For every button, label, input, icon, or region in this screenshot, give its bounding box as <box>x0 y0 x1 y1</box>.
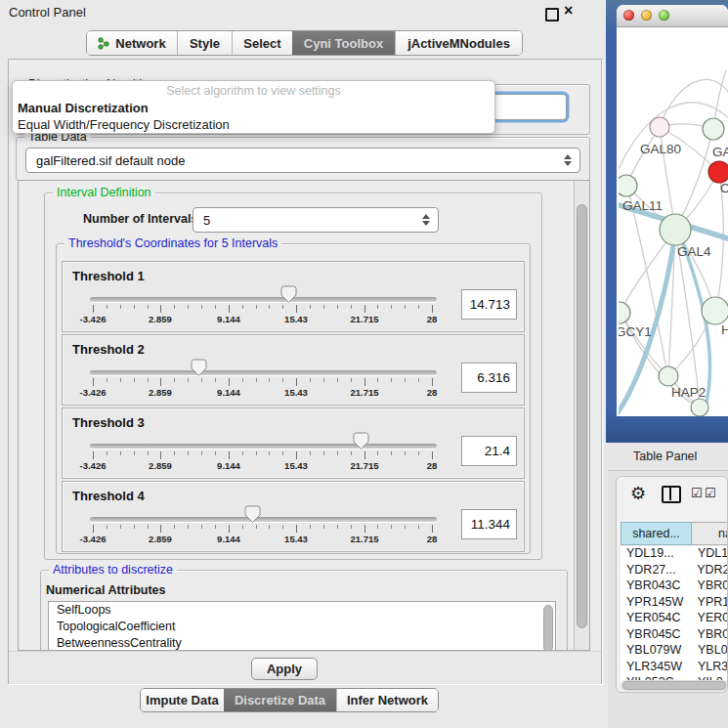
split-view-icon[interactable] <box>662 486 681 503</box>
table-panel-area: Table Panel ⚙ ☑ ☑ shared... na YDL19... … <box>608 443 728 728</box>
control-panel: Control Panel × Network Style Select <box>0 0 608 728</box>
tick-label: -3.426 <box>64 534 122 544</box>
numerical-attributes-list[interactable]: SelfLoops TopologicalCoefficient Between… <box>48 601 556 651</box>
tab-discretize-data-label: Discretize Data <box>235 693 325 707</box>
list-item[interactable]: TopologicalCoefficient <box>49 619 555 635</box>
tick-label: -3.426 <box>64 387 122 398</box>
close-traffic-light[interactable] <box>623 10 634 21</box>
cell-shared: YDL19... <box>621 546 688 563</box>
list-item[interactable]: BetweennessCentrality <box>49 635 555 651</box>
node-red[interactable] <box>708 161 728 183</box>
slider-thumb[interactable] <box>244 505 261 524</box>
apply-button-label: Apply <box>267 662 302 676</box>
table-row[interactable]: YDL19... YDL1 <box>621 546 728 563</box>
checkbox-icon-1[interactable]: ☑ <box>691 486 703 500</box>
tick-label: 28 <box>403 460 461 471</box>
table-hscrollbar-thumb[interactable] <box>622 681 726 690</box>
threshold-2-slider[interactable] <box>90 370 437 375</box>
cell-shared: YER054C <box>621 611 688 627</box>
threshold-1-label: Threshold 1 <box>72 269 145 283</box>
tick-label: 21.715 <box>335 534 394 544</box>
slider-thumb[interactable] <box>280 285 297 304</box>
node-gal80[interactable] <box>650 117 669 137</box>
tab-impute-data[interactable]: Impute Data <box>141 689 224 711</box>
cell-shared: YDR27... <box>621 563 687 579</box>
node-gcy1[interactable] <box>619 302 630 323</box>
table-row[interactable]: YDR27... YDR2 <box>621 563 728 579</box>
threshold-4-slider[interactable] <box>90 517 437 522</box>
list-scrollbar[interactable] <box>543 605 553 651</box>
threshold-row-4: Threshold 4 -3.426 2.859 9.144 15.43 21.… <box>62 481 525 552</box>
table-row[interactable]: YBR045C YBR0 <box>621 627 728 644</box>
label-h-partial: H <box>721 322 728 337</box>
gear-icon[interactable]: ⚙ <box>630 483 646 503</box>
node-gal11[interactable] <box>619 175 637 196</box>
threshold-4-label: Threshold 4 <box>72 489 145 503</box>
threshold-1-value-field[interactable] <box>461 289 517 320</box>
threshold-3-slider[interactable] <box>90 444 437 449</box>
tab-cyni-toolbox[interactable]: Cyni Toolbox <box>292 31 395 55</box>
tick-label: 9.144 <box>199 534 258 544</box>
slider-thumb[interactable] <box>191 359 207 377</box>
tick-label: 28 <box>403 314 461 324</box>
tab-infer-network[interactable]: Infer Network <box>336 689 438 711</box>
threshold-3-label: Threshold 3 <box>72 415 145 430</box>
checkbox-icon-2[interactable]: ☑ <box>705 486 716 500</box>
threshold-row-1: Threshold 1 -3.426 2.859 9.144 15.43 21.… <box>62 261 525 332</box>
zoom-traffic-light[interactable] <box>659 10 669 21</box>
tab-jactivemnodules[interactable]: jActiveMNodules <box>395 31 522 55</box>
table-panel-title: Table Panel <box>633 450 697 463</box>
tab-jactivemnodules-label: jActiveMNodules <box>407 36 510 51</box>
apply-button[interactable]: Apply <box>251 658 318 680</box>
node-h[interactable] <box>702 297 728 324</box>
slider-thumb[interactable] <box>353 432 369 450</box>
minimize-traffic-light[interactable] <box>641 10 652 21</box>
cell-shared: YLR345W <box>621 660 688 676</box>
column-header-name[interactable]: na <box>692 522 728 545</box>
network-view-frame: GAL80 GA C GAL11 GAL4 GCY1 H HAP2 <box>606 0 728 443</box>
major-ticks <box>93 305 434 313</box>
table-row[interactable]: YER054C YER0 <box>621 611 728 627</box>
list-item[interactable]: SelfLoops <box>49 602 555 619</box>
node-hap2[interactable] <box>659 366 678 386</box>
table-row[interactable]: YBR043C YBR0 <box>621 578 728 595</box>
dropdown-item-placeholder[interactable]: Select algorithm to view settings <box>13 81 494 99</box>
table-data-combobox[interactable]: galFiltered.sif default node <box>25 148 580 173</box>
close-icon[interactable]: × <box>564 2 573 20</box>
node-top-right[interactable] <box>703 118 724 140</box>
table-row[interactable]: YLR345W YLR3 <box>621 660 728 676</box>
network-window-titlebar[interactable] <box>617 5 728 27</box>
float-icon[interactable] <box>545 8 559 21</box>
threshold-1-slider[interactable] <box>90 297 437 302</box>
table-row[interactable]: YPR145W YPR1 <box>621 595 728 612</box>
control-panel-titlebar: Control Panel × <box>0 0 608 23</box>
cell-name: YBL0 <box>688 643 728 660</box>
settings-scrollbar-thumb[interactable] <box>577 204 587 628</box>
threshold-row-2: Threshold 2 -3.426 2.859 9.144 15.43 21.… <box>62 334 525 406</box>
major-ticks <box>93 451 434 459</box>
threshold-2-label: Threshold 2 <box>72 342 145 357</box>
tab-style[interactable]: Style <box>177 31 232 55</box>
node-gal4[interactable] <box>660 214 691 245</box>
table-rows: YDL19... YDL1 YDR27... YDR2 YBR043C YBR0… <box>621 546 728 686</box>
number-of-intervals-combobox[interactable]: 5 <box>193 207 439 233</box>
tick-label: 15.43 <box>267 314 325 324</box>
tab-cyni-toolbox-label: Cyni Toolbox <box>304 36 383 51</box>
threshold-2-value-field[interactable] <box>461 363 517 393</box>
threshold-3-value-field[interactable] <box>461 436 517 466</box>
tick-label: 28 <box>403 387 461 398</box>
column-header-shared-name[interactable]: shared... <box>621 522 692 545</box>
tab-network[interactable]: Network <box>87 31 177 55</box>
number-of-intervals-label: Number of Intervals <box>83 212 197 226</box>
label-gal4: GAL4 <box>677 244 711 259</box>
tab-discretize-data[interactable]: Discretize Data <box>224 689 336 711</box>
tick-label: 28 <box>403 534 461 544</box>
node-bottom-partial[interactable] <box>691 399 708 416</box>
dropdown-item-manual-discretization[interactable]: Manual Discretization <box>13 99 494 115</box>
table-row[interactable]: YBL079W YBL0 <box>621 643 728 660</box>
tab-select[interactable]: Select <box>232 31 292 55</box>
network-canvas[interactable]: GAL80 GA C GAL11 GAL4 GCY1 H HAP2 <box>619 26 728 416</box>
tick-label: 2.859 <box>131 460 190 471</box>
threshold-4-value-field[interactable] <box>461 509 517 539</box>
dropdown-item-equal-width-frequency[interactable]: Equal Width/Frequency Discretization <box>13 115 494 132</box>
